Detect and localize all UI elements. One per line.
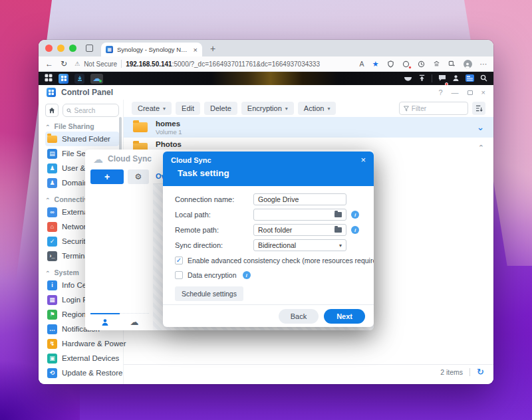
section-label: System <box>55 268 79 276</box>
sidebar-item-hardware-power[interactable]: ↯Hardware & Power <box>45 336 119 351</box>
browse-folder-icon[interactable] <box>334 212 342 217</box>
add-task-button[interactable]: + <box>90 169 124 184</box>
info-icon[interactable]: i <box>243 271 251 279</box>
close-tab-icon[interactable]: × <box>194 46 198 54</box>
control-panel-titlebar: Control Panel ? — × <box>39 85 493 100</box>
field-remote-path: Remote path: i <box>175 224 362 236</box>
field-label: Sync direction: <box>175 241 253 249</box>
browse-folder-icon[interactable] <box>334 227 342 233</box>
settings-menu-icon[interactable]: ⋯ <box>480 60 487 68</box>
download-station-app-icon[interactable] <box>74 74 84 84</box>
help-icon[interactable]: ? <box>438 88 442 96</box>
close-icon[interactable]: × <box>360 156 366 164</box>
view-options-button[interactable] <box>472 102 485 115</box>
next-button[interactable]: Next <box>324 309 365 324</box>
action-button[interactable]: Action▾ <box>298 102 336 115</box>
browser-tab[interactable]: ▦ Synology - Synology NAS × <box>101 43 202 56</box>
address-bar[interactable]: ⚠ Not Secure 192.168.50.141:5000/?_dc=16… <box>74 60 352 68</box>
item-label: External Devices <box>62 354 119 362</box>
new-tab-button[interactable]: + <box>210 44 215 53</box>
browser-essentials-icon[interactable] <box>402 60 410 68</box>
close-icon[interactable]: × <box>481 88 485 96</box>
person-icon <box>101 318 109 326</box>
cloud-icon: ☁ <box>130 318 139 326</box>
back-button[interactable]: Back <box>279 309 319 324</box>
create-button[interactable]: Create▾ <box>132 102 172 115</box>
control-panel-app-icon[interactable] <box>59 74 68 84</box>
show-desktop-icon[interactable] <box>404 72 412 84</box>
schedule-settings-button[interactable]: Schedule settings <box>175 286 243 301</box>
chevron-up-icon[interactable]: ⌃ <box>478 144 484 152</box>
cloud-sync-app-icon[interactable]: ☁ <box>90 74 103 84</box>
selected-value: Bidirectional <box>258 241 296 249</box>
filter-box <box>399 102 468 115</box>
web-capture-icon[interactable] <box>448 60 456 68</box>
folder-row-homes[interactable]: homesVolume 1 ⌄ <box>124 117 493 138</box>
app-launcher-icon[interactable] <box>45 72 53 84</box>
history-icon[interactable] <box>418 60 425 68</box>
back-icon[interactable]: ← <box>45 59 53 68</box>
window-title: Control Panel <box>61 88 113 97</box>
notifications-icon[interactable] <box>438 72 446 84</box>
connection-name-input[interactable] <box>258 195 342 203</box>
checkbox-unchecked[interactable] <box>175 271 183 279</box>
sidebar-section-file-sharing[interactable]: ⌃File Sharing <box>45 121 123 132</box>
eject-icon[interactable] <box>418 72 426 84</box>
network-icon: ⌂ <box>47 222 57 232</box>
dialog-footer: Back Next <box>163 304 374 327</box>
filter-input[interactable] <box>412 105 464 112</box>
encryption-button[interactable]: Encryption▾ <box>241 102 294 115</box>
url-text[interactable]: 192.168.50.141:5000/?_dc=1664937011761&d… <box>126 60 320 68</box>
home-button[interactable] <box>45 104 59 117</box>
tab-actions-icon[interactable] <box>86 45 93 52</box>
sidebar-item-shared-folder[interactable]: Shared Folder <box>45 132 119 146</box>
dialog-header: Cloud Sync × Task setting <box>163 152 374 186</box>
delete-button[interactable]: Delete <box>204 102 237 115</box>
tab-accounts[interactable] <box>90 313 120 330</box>
minimize-window-button[interactable] <box>57 45 65 52</box>
field-connection-name: Connection name: <box>175 193 362 205</box>
status-bar: 2 items ↻ <box>124 364 493 379</box>
user-group-icon: ♟ <box>47 163 57 173</box>
chevron-down-icon[interactable]: ⌄ <box>477 122 484 132</box>
info-icon[interactable]: i <box>351 226 359 234</box>
info-icon[interactable]: i <box>351 211 359 219</box>
sync-status-badge <box>99 80 102 82</box>
item-label: Hardware & Power <box>62 340 126 348</box>
tab-title: Synology - Synology NAS <box>117 46 190 53</box>
collections-icon[interactable] <box>433 60 440 68</box>
maximize-icon[interactable] <box>467 90 473 95</box>
widgets-icon[interactable] <box>466 72 474 84</box>
task-settings-button[interactable]: ⚙ <box>128 169 149 184</box>
sidebar-item-update-restore[interactable]: ⟲Update & Restore <box>45 366 119 380</box>
sidebar-header <box>45 104 119 117</box>
connection-name-field <box>253 193 346 205</box>
remote-path-input[interactable] <box>258 226 332 234</box>
sidebar-item-external-devices[interactable]: ▣External Devices <box>45 351 119 366</box>
search-icon[interactable] <box>480 72 487 84</box>
sync-direction-select[interactable]: Bidirectional▾ <box>253 239 346 251</box>
read-aloud-icon[interactable]: A <box>360 60 364 68</box>
user-menu-icon[interactable] <box>452 72 460 84</box>
terminal-icon: ›_ <box>47 251 57 261</box>
notification-badge <box>445 82 448 86</box>
local-path-input[interactable] <box>258 211 332 219</box>
reload-icon[interactable]: ↻ <box>61 59 67 68</box>
tab-cloud[interactable]: ☁ <box>120 313 149 330</box>
search-input[interactable] <box>74 107 115 114</box>
browser-toolbar: ← ↻ ⚠ Not Secure 192.168.50.141:5000/?_d… <box>39 56 493 72</box>
checkbox-checked[interactable]: ✓ <box>175 257 183 264</box>
zoom-window-button[interactable] <box>69 45 76 52</box>
window-controls: ? — × <box>438 88 485 96</box>
close-window-button[interactable] <box>45 45 53 52</box>
divider <box>432 74 432 82</box>
password-shield-icon[interactable] <box>387 60 394 68</box>
cloud-sync-task-list: + ⚙ ☁ <box>85 168 153 330</box>
profile-avatar[interactable] <box>464 60 472 68</box>
gear-icon: ⚙ <box>135 172 142 181</box>
edit-button[interactable]: Edit <box>176 102 200 115</box>
favorites-star-icon[interactable]: ★ <box>372 60 379 68</box>
security-label[interactable]: Not Secure <box>84 60 117 68</box>
refresh-icon[interactable]: ↻ <box>477 367 484 377</box>
minimize-icon[interactable]: — <box>452 88 459 96</box>
